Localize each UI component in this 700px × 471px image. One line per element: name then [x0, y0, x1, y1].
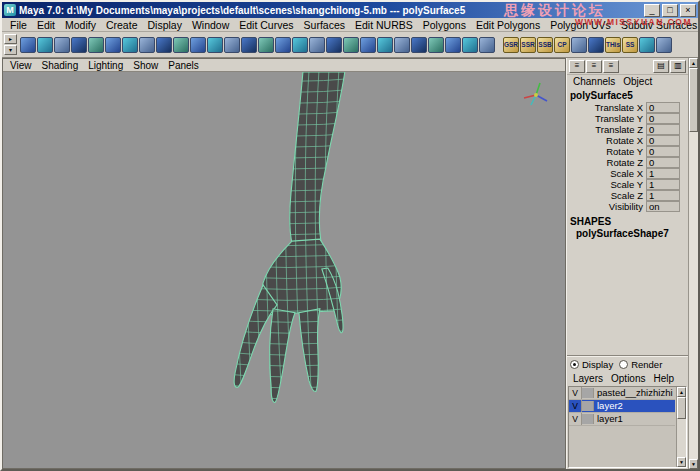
menu-display[interactable]: Display	[142, 19, 186, 31]
menu-edit-curves[interactable]: Edit Curves	[234, 19, 298, 31]
shelf-icon-5[interactable]	[88, 37, 104, 53]
layer-row-layer2[interactable]: Vlayer2	[569, 400, 675, 413]
shelf-icon-17[interactable]	[292, 37, 308, 53]
radio-display[interactable]: Display	[570, 359, 613, 370]
minimize-button[interactable]: _	[644, 4, 660, 17]
shelf-icon-20[interactable]	[343, 37, 359, 53]
layer-scroll-track[interactable]	[677, 419, 686, 457]
shelf-icon-26[interactable]	[445, 37, 461, 53]
menu-window[interactable]: Window	[187, 19, 234, 31]
panel-menu-panels[interactable]: Panels	[163, 60, 204, 71]
scroll-down-icon[interactable]: ▼	[689, 459, 698, 469]
shelf-icon-this[interactable]: THis	[605, 37, 621, 53]
shelf-icon-38[interactable]	[656, 37, 672, 53]
menu-subdiv-surfaces[interactable]: Subdiv Surfaces	[616, 19, 700, 31]
shelf-icon-11[interactable]	[190, 37, 206, 53]
menu-edit-nurbs[interactable]: Edit NURBS	[350, 19, 418, 31]
viewport[interactable]	[3, 72, 565, 468]
attr-value-scale-x[interactable]: 1	[646, 168, 680, 179]
shelf-icon-25[interactable]	[428, 37, 444, 53]
attr-value-translate-y[interactable]: 0	[646, 113, 680, 124]
shelf-icon-27[interactable]	[462, 37, 478, 53]
attr-value-scale-y[interactable]: 1	[646, 179, 680, 190]
shelf-icon-7[interactable]	[122, 37, 138, 53]
shelf-icon-1[interactable]	[20, 37, 36, 53]
shelf-icon-13[interactable]	[224, 37, 240, 53]
layer-row-layer1[interactable]: Vlayer1	[569, 413, 675, 426]
shelf-popup-icon[interactable]: ▾	[4, 45, 17, 55]
layer-menu-help[interactable]: Help	[649, 373, 678, 384]
shelf-icon-ss[interactable]: SS	[622, 37, 638, 53]
layer-scroll-up-icon[interactable]: ▲	[677, 387, 686, 397]
channel-hyper-icon[interactable]: ≡	[603, 60, 619, 73]
shelf-tab-menu-icon[interactable]: ▸	[4, 34, 17, 44]
layer-visibility-toggle[interactable]: V	[569, 413, 582, 425]
shelf-icon-3[interactable]	[54, 37, 70, 53]
shelf-icon-22[interactable]	[377, 37, 393, 53]
shelf-icon-37[interactable]	[639, 37, 655, 53]
layer-scroll-thumb[interactable]	[677, 397, 686, 419]
attr-value-rotate-x[interactable]: 0	[646, 135, 680, 146]
layer-color-swatch[interactable]	[582, 401, 594, 411]
channelbox-menu-channels[interactable]: Channels	[569, 76, 619, 87]
scroll-track[interactable]	[689, 132, 698, 459]
layer-menu-layers[interactable]: Layers	[569, 373, 607, 384]
channel-manip-icon[interactable]: ≡	[569, 60, 585, 73]
channel-expand-icon[interactable]: ▥	[670, 60, 686, 73]
layer-visibility-toggle[interactable]: V	[569, 387, 582, 399]
channel-box-scrollbar[interactable]: ▲ ▼	[688, 58, 698, 469]
layer-menu-options[interactable]: Options	[607, 373, 649, 384]
shelf-icon-18[interactable]	[309, 37, 325, 53]
shelf-icon-28[interactable]	[479, 37, 495, 53]
menu-surfaces[interactable]: Surfaces	[299, 19, 350, 31]
radio-render[interactable]: Render	[619, 359, 662, 370]
menu-create[interactable]: Create	[101, 19, 143, 31]
panel-menu-view[interactable]: View	[5, 60, 37, 71]
radio-dot-render[interactable]	[619, 360, 628, 369]
close-button[interactable]: ×	[680, 4, 696, 17]
panel-menu-shading[interactable]: Shading	[37, 60, 84, 71]
layer-visibility-toggle[interactable]: V	[569, 400, 582, 412]
layer-list-scrollbar[interactable]: ▲ ▼	[676, 387, 686, 467]
scroll-thumb[interactable]	[689, 68, 698, 132]
layer-color-swatch[interactable]	[582, 414, 594, 424]
shelf-icon-4[interactable]	[71, 37, 87, 53]
scroll-up-icon[interactable]: ▲	[689, 58, 698, 68]
shelf-icon-19[interactable]	[326, 37, 342, 53]
layer-color-swatch[interactable]	[582, 388, 594, 398]
shelf-icon-ssr[interactable]: SSR	[520, 37, 536, 53]
shelf-icon-16[interactable]	[275, 37, 291, 53]
shelf-icon-14[interactable]	[241, 37, 257, 53]
shelf-icon-33[interactable]	[571, 37, 587, 53]
shelf-icon-cp[interactable]: CP	[554, 37, 570, 53]
panel-menu-show[interactable]: Show	[128, 60, 163, 71]
channel-stats-icon[interactable]: ▤	[653, 60, 669, 73]
maximize-button[interactable]: □	[662, 4, 678, 17]
menu-modify[interactable]: Modify	[60, 19, 101, 31]
radio-dot-display[interactable]	[570, 360, 579, 369]
shelf-icon-24[interactable]	[411, 37, 427, 53]
channel-speed-icon[interactable]: ≡	[586, 60, 602, 73]
shelf-icon-15[interactable]	[258, 37, 274, 53]
shelf-icon-8[interactable]	[139, 37, 155, 53]
menu-edit-polygons[interactable]: Edit Polygons	[471, 19, 545, 31]
menu-file[interactable]: File	[5, 19, 32, 31]
shelf-icon-ssb[interactable]: SSB	[537, 37, 553, 53]
layer-scroll-down-icon[interactable]: ▼	[677, 457, 686, 467]
attr-value-translate-z[interactable]: 0	[646, 124, 680, 135]
channelbox-menu-object[interactable]: Object	[619, 76, 656, 87]
titlebar[interactable]: M Maya 7.0: d:\My Documents\maya\project…	[2, 2, 698, 18]
shelf-icon-2[interactable]	[37, 37, 53, 53]
menu-polygon-uvs[interactable]: Polygon UVs	[545, 19, 616, 31]
menu-polygons[interactable]: Polygons	[418, 19, 471, 31]
menu-edit[interactable]: Edit	[32, 19, 60, 31]
attr-value-visibility[interactable]: on	[646, 201, 680, 212]
shelf-icon-34[interactable]	[588, 37, 604, 53]
layer-row-pasted-zhizhizhi[interactable]: Vpasted__zhizhizhi	[569, 387, 675, 400]
shelf-icon-12[interactable]	[207, 37, 223, 53]
shelf-icon-9[interactable]	[156, 37, 172, 53]
shelf-icon-6[interactable]	[105, 37, 121, 53]
shelf-icon-10[interactable]	[173, 37, 189, 53]
attr-value-rotate-z[interactable]: 0	[646, 157, 680, 168]
panel-menu-lighting[interactable]: Lighting	[83, 60, 128, 71]
